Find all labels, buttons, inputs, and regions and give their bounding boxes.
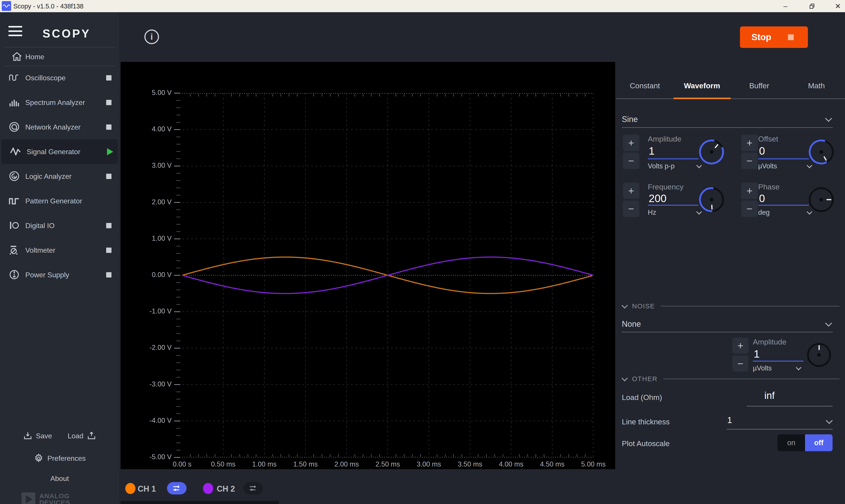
sidebar-item-pattern-generator[interactable]: Pattern Generator [0,188,119,213]
amplitude-value[interactable]: 1 [649,145,655,157]
chevron-down-icon [796,365,801,370]
toggle-off-option[interactable]: off [805,434,832,451]
amplitude-knob[interactable] [697,138,726,166]
x-axis-tick-label: 1.50 ms [288,460,323,468]
stopped-indicator[interactable] [106,124,111,130]
frequency-value[interactable]: 200 [649,192,667,204]
tab-waveform[interactable]: Waveform [674,76,731,99]
toggle-on-option[interactable]: on [777,434,805,451]
noise-amplitude-label: Amplitude [753,338,787,346]
phase-unit-select[interactable]: deg [758,209,811,216]
load-ohm-label: Load (Ohm) [622,393,662,402]
phase-increment-button[interactable]: + [741,183,758,199]
noise-amplitude-unit-select[interactable]: µVolts [753,364,800,372]
noise-type-select[interactable]: None [622,320,641,329]
save-button[interactable]: Save [23,431,52,441]
channel-color-dot [203,483,213,494]
sidebar-item-label: Voltmeter [25,246,55,254]
frequency-unit-select[interactable]: Hz [648,209,701,216]
sidebar-item-label: Network Analyzer [25,123,81,131]
sidebar-item-oscilloscope[interactable]: Oscilloscope [0,66,119,90]
amplitude-increment-button[interactable]: + [623,134,639,151]
info-icon[interactable]: i [144,30,159,44]
stopped-indicator[interactable] [106,75,111,80]
plot-autoscale-label: Plot Autoscale [622,439,670,448]
amplitude-decrement-button[interactable]: − [623,152,639,169]
sidebar-item-home[interactable]: Home [0,48,119,66]
x-axis-tick-label: 5.00 ms [575,460,611,468]
tab-constant[interactable]: Constant [616,76,674,99]
sidebar: SCOPY Home OscilloscopeSpectrum Analyzer… [0,12,119,504]
offset-decrement-button[interactable]: − [741,152,758,169]
frequency-increment-button[interactable]: + [623,183,639,199]
waveform-type-select[interactable]: Sine [622,115,638,124]
chevron-down-icon[interactable] [622,302,628,309]
y-axis-tick-label: -2.00 V [138,344,172,352]
sidebar-item-network-analyzer[interactable]: Network Analyzer [0,115,119,139]
offset-knob[interactable] [807,138,836,166]
noise-section-title: NOISE [632,302,655,310]
frequency-label: Frequency [648,183,684,191]
amplitude-unit-select[interactable]: Volts p-p [648,162,701,170]
y-axis-tick-label: -4.00 V [138,417,172,425]
noise-amplitude-increment-button[interactable]: + [732,338,748,354]
chevron-down-icon[interactable] [825,115,832,122]
frequency-knob[interactable] [697,185,726,214]
analog-devices-triangle-icon [21,492,35,504]
noise-amplitude-value[interactable]: 1 [754,348,760,360]
chevron-down-icon[interactable] [622,375,628,381]
noise-amplitude-decrement-button[interactable]: − [732,356,748,372]
x-axis-tick-label: 0.00 s [164,460,200,468]
stopped-indicator[interactable] [106,174,111,179]
menu-hamburger-icon[interactable] [8,26,22,36]
close-button[interactable]: ✕ [828,0,845,12]
stopped-indicator[interactable] [106,272,111,277]
stopped-indicator[interactable] [106,248,111,253]
save-label: Save [36,432,52,440]
phase-value[interactable]: 0 [759,192,765,204]
sidebar-item-signal-generator[interactable]: Signal Generator [1,139,118,164]
about-button[interactable]: About [0,474,119,483]
stopped-indicator[interactable] [106,223,111,228]
channel-label: CH 2 [217,484,235,493]
plot-grid-and-traces [171,91,593,460]
dropdown-underline [622,127,833,128]
sidebar-item-label: Spectrum Analyzer [25,98,85,107]
phase-knob[interactable] [807,185,836,214]
phase-decrement-button[interactable]: − [741,200,758,217]
line-thickness-label: Line thickness [622,417,670,426]
restore-button[interactable] [802,0,822,12]
amplitude-label: Amplitude [648,134,681,143]
frequency-decrement-button[interactable]: − [623,200,639,217]
scopy-app-icon [2,1,11,11]
channel-settings-button[interactable] [243,482,263,494]
load-button[interactable]: Load [68,431,96,441]
x-axis-tick-label: 4.50 ms [535,460,570,468]
y-axis-tick-label: 5.00 V [138,89,172,97]
chevron-down-icon[interactable] [826,417,832,424]
tab-math[interactable]: Math [788,76,845,99]
y-axis-tick-label: 1.00 V [138,234,172,242]
channel-settings-button[interactable] [167,482,187,494]
offset-value[interactable]: 0 [759,145,765,157]
sidebar-item-spectrum-analyzer[interactable]: Spectrum Analyzer [0,90,119,115]
waveform-plot[interactable]: 5.00 V4.00 V3.00 V2.00 V1.00 V0.00 V-1.0… [121,62,615,469]
sidebar-item-power-supply[interactable]: Power Supply [0,263,119,287]
sidebar-item-logic-analyzer[interactable]: Logic Analyzer [0,164,119,188]
preferences-button[interactable]: Preferences [0,453,119,463]
sidebar-item-digital-io[interactable]: Digital IO [0,213,119,238]
sidebar-item-voltmeter[interactable]: Voltmeter [0,238,119,263]
y-axis-tick-label: 2.00 V [138,198,172,206]
offset-increment-button[interactable]: + [741,134,758,151]
y-axis-tick-label: -1.00 V [138,307,172,315]
line-thickness-value[interactable]: 1 [727,415,732,425]
running-play-indicator[interactable] [107,148,113,155]
noise-amplitude-knob[interactable] [805,341,833,369]
chevron-down-icon[interactable] [825,320,832,326]
plot-autoscale-toggle[interactable]: on off [777,434,832,451]
load-ohm-value[interactable]: inf [747,390,792,401]
minimize-button[interactable]: – [776,0,795,12]
tab-buffer[interactable]: Buffer [731,76,788,99]
offset-unit-select[interactable]: µVolts [758,162,811,170]
stopped-indicator[interactable] [106,100,111,105]
